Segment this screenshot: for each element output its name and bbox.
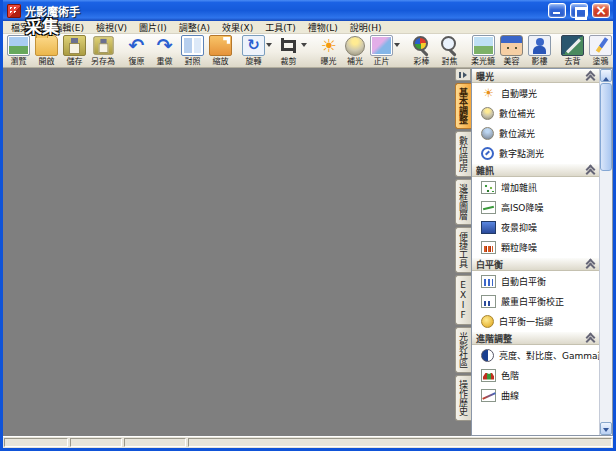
collapse-chevron-icon[interactable] xyxy=(586,260,595,269)
rotate-button[interactable]: 旋轉 xyxy=(240,35,274,66)
severe-white-balance-fix-item[interactable]: 嚴重白平衡校正 xyxy=(472,291,599,311)
side-tab-basic-adjust[interactable]: 基本調整 xyxy=(455,83,471,129)
menu-item-help[interactable]: 說明(H) xyxy=(344,21,388,34)
menu-item-effects[interactable]: 效果(X) xyxy=(216,21,259,34)
redo-button[interactable]: 重做 xyxy=(151,35,178,66)
side-tab-frame-layer[interactable]: 邊框圖層 xyxy=(455,179,471,225)
fill-light-button[interactable]: 補光 xyxy=(343,35,367,66)
focus-magnifier-icon xyxy=(438,35,461,56)
menu-bar: 檔案(F)編輯(E)檢視(V)圖片(I)調整(A)效果(X)工具(T)禮物(L)… xyxy=(3,21,613,34)
compare-button[interactable]: 對照 xyxy=(179,35,206,66)
digital-spot-metering-item[interactable]: 數字點測光 xyxy=(472,143,599,163)
save-as-button[interactable]: 另存為 xyxy=(89,35,117,66)
scroll-up-arrow-icon[interactable] xyxy=(600,69,612,82)
app-icon xyxy=(7,4,21,18)
zoom-button[interactable]: 縮放 xyxy=(207,35,234,66)
menu-item-gifts[interactable]: 禮物(L) xyxy=(302,21,344,34)
toolbar-button-label: 瀏覽 xyxy=(11,57,27,66)
menu-item-tools[interactable]: 工具(T) xyxy=(259,21,302,34)
side-tab-digital-darkroom[interactable]: 數位暗房 xyxy=(455,131,471,177)
section-header[interactable]: 曝光 xyxy=(472,69,599,83)
auto-exposure-item[interactable]: 自動曝光 xyxy=(472,83,599,103)
digital-reduce-light-item[interactable]: 數位減光 xyxy=(472,123,599,143)
toolbar-button-label: 儲存 xyxy=(67,57,83,66)
scrollbar-thumb[interactable] xyxy=(600,83,612,171)
collapse-chevron-icon[interactable] xyxy=(586,72,595,81)
side-tab-community[interactable]: 光影社區 xyxy=(455,327,471,373)
digital-fill-light-icon xyxy=(481,107,494,120)
color-wand-button[interactable]: 彩棒 xyxy=(408,35,435,66)
studio-button[interactable]: 影樓 xyxy=(526,35,553,66)
menu-item-view[interactable]: 檢視(V) xyxy=(90,21,133,34)
menu-item-file[interactable]: 檔案(F) xyxy=(5,21,47,34)
toolbar-button-label: 開啟 xyxy=(39,57,55,66)
menu-item-adjust[interactable]: 調整(A) xyxy=(173,21,216,34)
auto-white-balance-item[interactable]: 自動白平衡 xyxy=(472,271,599,291)
auto-white-balance-icon xyxy=(481,275,496,288)
collapse-chevron-icon[interactable] xyxy=(586,334,595,343)
remove-background-button[interactable]: 去背 xyxy=(559,35,586,66)
menu-item-picture[interactable]: 圖片(I) xyxy=(133,21,173,34)
levels-item[interactable]: 色階 xyxy=(472,365,599,385)
dropdown-arrow-icon[interactable] xyxy=(301,43,307,50)
grain-denoise-item[interactable]: 顆粒降噪 xyxy=(472,237,599,257)
exposure-sun-icon xyxy=(317,35,340,56)
collapse-chevron-icon[interactable] xyxy=(586,166,595,175)
section-title: 白平衡 xyxy=(476,258,503,271)
section-header[interactable]: 雜訊 xyxy=(472,163,599,177)
status-bar xyxy=(3,436,613,448)
spot-metering-icon xyxy=(481,147,494,160)
section-header[interactable]: 白平衡 xyxy=(472,257,599,271)
canvas-workspace xyxy=(3,68,455,436)
brightness-contrast-gamma-item[interactable]: 亮度、對比度、Gamma調整 xyxy=(472,345,599,365)
maximize-button[interactable] xyxy=(570,3,588,18)
panel-item-label: 顆粒降噪 xyxy=(501,241,537,254)
browse-button[interactable]: 瀏覽 xyxy=(5,35,32,66)
doodle-pen-icon xyxy=(589,35,612,56)
side-tab-exif[interactable]: EXIF xyxy=(455,275,471,325)
brightness-contrast-gamma-icon xyxy=(481,349,494,362)
open-button[interactable]: 開啟 xyxy=(33,35,60,66)
curves-item[interactable]: 曲線 xyxy=(472,385,599,405)
toolbar-button-label: 對焦 xyxy=(442,57,458,66)
doodle-button[interactable]: 塗鴉 xyxy=(587,35,614,66)
night-scene-denoise-icon xyxy=(481,221,496,234)
close-button[interactable] xyxy=(592,3,610,18)
panel-item-label: 數位減光 xyxy=(499,127,535,140)
studio-people-icon xyxy=(528,35,551,56)
dropdown-arrow-icon[interactable] xyxy=(394,43,400,50)
panel-collapse-button[interactable] xyxy=(455,68,471,81)
scroll-down-arrow-icon[interactable] xyxy=(600,422,612,435)
compare-windows-icon xyxy=(181,35,204,56)
positive-film-button[interactable]: 正片 xyxy=(368,35,402,66)
save-floppy-icon xyxy=(63,35,86,56)
section-header[interactable]: 進階調整 xyxy=(472,331,599,345)
high-iso-denoise-item[interactable]: 高ISO降噪 xyxy=(472,197,599,217)
section-title: 曝光 xyxy=(476,70,494,83)
white-balance-one-key-item[interactable]: 白平衡一指鍵 xyxy=(472,311,599,331)
side-tab-history[interactable]: 操作歷史 xyxy=(455,375,471,421)
menu-item-edit[interactable]: 編輯(E) xyxy=(47,21,90,34)
add-noise-item[interactable]: 增加雜訊 xyxy=(472,177,599,197)
toolbar-button-label: 復原 xyxy=(129,57,145,66)
digital-fill-light-item[interactable]: 數位補光 xyxy=(472,103,599,123)
panel-item-label: 夜景抑噪 xyxy=(501,221,537,234)
undo-button[interactable]: 復原 xyxy=(123,35,150,66)
fill-light-icon xyxy=(345,36,365,56)
beauty-button[interactable]: 美容 xyxy=(498,35,525,66)
dropdown-arrow-icon[interactable] xyxy=(266,43,272,50)
side-tab-handy-tools[interactable]: 便捷工具 xyxy=(455,227,471,273)
panel-scrollbar[interactable] xyxy=(599,69,612,435)
exposure-button[interactable]: 曝光 xyxy=(315,35,342,66)
save-as-floppy-icon xyxy=(93,36,113,54)
panel-item-label: 亮度、對比度、Gamma調整 xyxy=(499,349,599,362)
minimize-button[interactable] xyxy=(548,3,566,18)
night-denoise-item[interactable]: 夜景抑噪 xyxy=(472,217,599,237)
crop-button[interactable]: 裁剪 xyxy=(275,35,309,66)
save-button[interactable]: 儲存 xyxy=(61,35,88,66)
toolbar-button-label: 美容 xyxy=(504,57,520,66)
soft-light-button[interactable]: 柔光鏡 xyxy=(469,35,497,66)
focus-button[interactable]: 對焦 xyxy=(436,35,463,66)
panel-item-label: 高ISO降噪 xyxy=(501,201,543,214)
panel-item-label: 色階 xyxy=(501,369,519,382)
